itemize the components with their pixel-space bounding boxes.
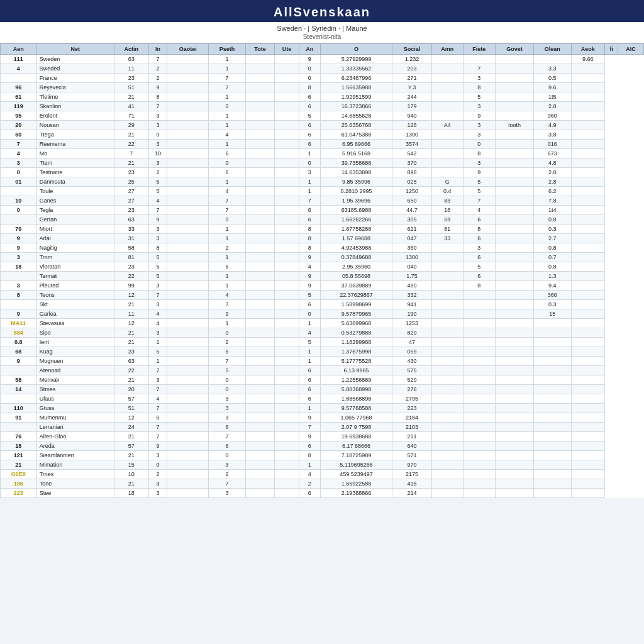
cell-c12 bbox=[496, 130, 534, 140]
cell-c2: 2 bbox=[148, 64, 167, 74]
cell-c2: 7 bbox=[148, 432, 167, 441]
cell-c4: 1 bbox=[209, 140, 246, 149]
cell-c12 bbox=[496, 300, 534, 309]
table-row: 884Sipo213040.53279888820 bbox=[1, 328, 644, 338]
cell-c6 bbox=[275, 347, 299, 357]
cell-c4: 3 bbox=[209, 394, 246, 404]
cell-c1: 21 bbox=[114, 130, 148, 140]
cell-c5 bbox=[245, 281, 274, 291]
cell-c1: 21 bbox=[114, 451, 148, 460]
cell-c9: 190 bbox=[392, 309, 432, 319]
cell-c10 bbox=[431, 319, 463, 328]
cell-c5 bbox=[245, 102, 274, 111]
name-cell: Miort bbox=[36, 225, 114, 234]
cell-c6 bbox=[275, 55, 299, 64]
cell-c10 bbox=[431, 168, 463, 177]
cell-c4: 1 bbox=[209, 121, 246, 130]
cell-c9: 040 bbox=[392, 262, 432, 272]
cell-c11: 5 bbox=[463, 187, 496, 196]
table-row: 21Mimation150315.119695266970 bbox=[1, 460, 644, 470]
cell-c9: 1.75 bbox=[392, 272, 432, 281]
cell-c9: 244 bbox=[392, 92, 432, 102]
cell-c9: 1300 bbox=[392, 253, 432, 262]
cell-c1: 21 bbox=[114, 328, 148, 338]
cell-c6 bbox=[275, 64, 299, 74]
cell-c3 bbox=[167, 243, 209, 253]
cell-c12 bbox=[496, 272, 534, 281]
cell-c7: 6 bbox=[299, 385, 320, 394]
rank-cell: 9 bbox=[1, 243, 37, 253]
name-cell: Ient bbox=[36, 338, 114, 347]
cell-c10 bbox=[431, 375, 463, 385]
cell-c12 bbox=[496, 375, 534, 385]
cell-c11: 7 bbox=[463, 64, 496, 74]
cell-c7: 6 bbox=[299, 489, 320, 498]
aic-cell bbox=[571, 111, 605, 121]
cell-c12 bbox=[496, 262, 534, 272]
cell-c2: 3 bbox=[148, 234, 167, 243]
name-cell: Trnes bbox=[36, 470, 114, 479]
name-cell: Ttega bbox=[36, 130, 114, 140]
cell-c6 bbox=[275, 234, 299, 243]
cell-c8: 1.95 39696 bbox=[320, 196, 392, 206]
cell-c11: 5 bbox=[463, 177, 496, 187]
cell-c4: 0 bbox=[209, 375, 246, 385]
cell-c3 bbox=[167, 234, 209, 243]
rank-cell: 10 bbox=[1, 196, 37, 206]
cell-c12 bbox=[496, 404, 534, 413]
table-row: 0Testnane2326314.635389889892.0 bbox=[1, 168, 644, 177]
cell-c4: 3 bbox=[209, 413, 246, 423]
rank-cell: 20 bbox=[1, 121, 37, 130]
cell-c5 bbox=[245, 309, 274, 319]
cell-c12 bbox=[496, 206, 534, 215]
rank-cell: 3 bbox=[1, 253, 37, 262]
cell-c4: 0 bbox=[209, 451, 246, 460]
col-header-govet: Govet bbox=[496, 44, 534, 55]
cell-c11 bbox=[463, 451, 496, 460]
cell-c8: 6.23467996 bbox=[320, 74, 392, 83]
cell-c5 bbox=[245, 243, 274, 253]
table-row: 111Sweden637195.279299991.2329.66 bbox=[1, 55, 644, 64]
table-row: 76Alten-Gloo2177919.6938688211 bbox=[1, 432, 644, 441]
subtitle2: Stevenist-nita bbox=[0, 33, 644, 40]
cell-c10 bbox=[431, 64, 463, 74]
cell-c10 bbox=[431, 243, 463, 253]
cell-c8: 37.0639889 bbox=[320, 281, 392, 291]
cell-c9: 640 bbox=[392, 441, 432, 451]
cell-c6 bbox=[275, 338, 299, 347]
aic-cell bbox=[571, 253, 605, 262]
col-header-oaotei: Oaotei bbox=[167, 44, 209, 55]
cell-c6 bbox=[275, 168, 299, 177]
cell-c10: 18 bbox=[431, 206, 463, 215]
cell-c11 bbox=[463, 441, 496, 451]
cell-c7: 1 bbox=[299, 460, 320, 470]
cell-c5 bbox=[245, 196, 274, 206]
table-row: 68Kuag235611.37675998059 bbox=[1, 347, 644, 357]
cell-c3 bbox=[167, 328, 209, 338]
cell-c3 bbox=[167, 196, 209, 206]
cell-c7: 6 bbox=[299, 102, 320, 111]
cell-c2: 9 bbox=[148, 83, 167, 92]
cell-c5 bbox=[245, 423, 274, 432]
cell-c2: 7 bbox=[148, 102, 167, 111]
cell-c5 bbox=[245, 385, 274, 394]
cell-c12 bbox=[496, 140, 534, 149]
cell-c1: 11 bbox=[114, 64, 148, 74]
table-row: 9Arlai313181.57 696880473362.7 bbox=[1, 234, 644, 243]
cell-c5 bbox=[245, 357, 274, 366]
cell-c13: 6.2 bbox=[533, 187, 571, 196]
rank-cell: 223 bbox=[1, 489, 37, 498]
cell-c5 bbox=[245, 479, 274, 489]
name-cell: Sweded bbox=[36, 64, 114, 74]
aic-cell bbox=[571, 121, 605, 130]
name-cell: Testnane bbox=[36, 168, 114, 177]
cell-c2: 5 bbox=[148, 347, 167, 357]
name-cell: Menvak bbox=[36, 375, 114, 385]
name-cell: Mo bbox=[36, 149, 114, 158]
cell-c4: 0 bbox=[209, 158, 246, 168]
name-cell: Skanlion bbox=[36, 102, 114, 111]
cell-c11: 8 bbox=[463, 83, 496, 92]
cell-c3 bbox=[167, 130, 209, 140]
cell-c12 bbox=[496, 158, 534, 168]
cell-c12 bbox=[496, 83, 534, 92]
